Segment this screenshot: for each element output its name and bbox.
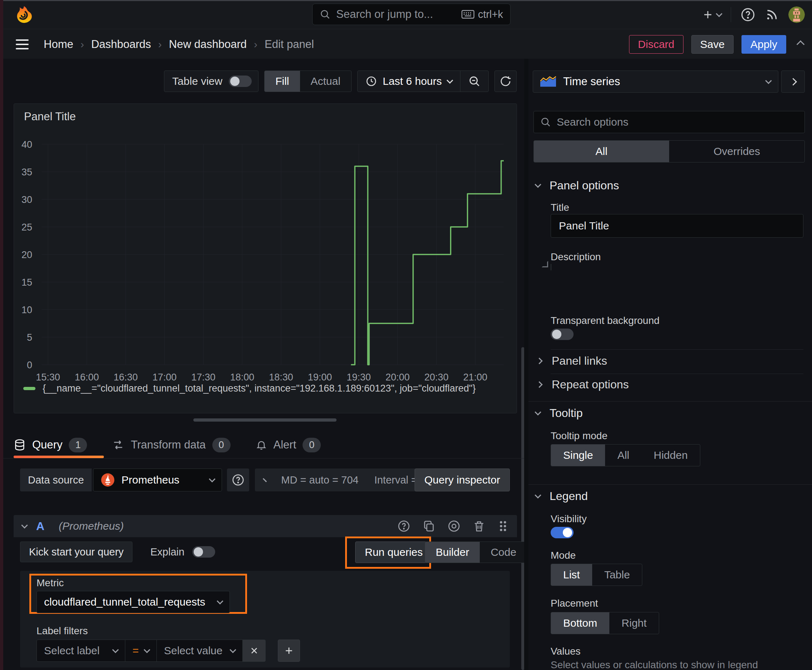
tab-all[interactable]: All	[534, 140, 669, 162]
timeseries-chart[interactable]: 051015202530354015:3016:0016:3017:0017:3…	[14, 104, 517, 414]
query-row-actions	[397, 520, 509, 533]
disable-query-eye-icon[interactable]	[448, 520, 460, 533]
chevron-down-icon[interactable]	[21, 522, 27, 528]
legend-placement-right[interactable]: Right	[609, 612, 659, 634]
query-options-collapsed[interactable]: MD = auto = 704 Interval = 30s	[255, 469, 416, 491]
code-option[interactable]: Code	[480, 542, 527, 563]
tab-query[interactable]: Query 1	[14, 431, 87, 458]
tooltip-all-option[interactable]: All	[605, 445, 641, 466]
tooltip-hidden-option[interactable]: Hidden	[642, 445, 700, 466]
select-value-dropdown[interactable]: Select value	[157, 640, 243, 662]
prometheus-icon	[101, 473, 115, 487]
collapse-sidebar-button[interactable]	[781, 71, 805, 93]
top-nav-actions	[702, 0, 805, 29]
alert-count-badge: 0	[303, 438, 321, 452]
time-range-picker[interactable]: Last 6 hours	[358, 75, 460, 87]
grafana-logo-icon[interactable]	[14, 5, 34, 24]
tab-overrides[interactable]: Overrides	[669, 140, 805, 162]
options-search-input[interactable]: Search options	[534, 111, 805, 133]
query-builder-card: Metric cloudflared_tunnel_total_requests…	[20, 571, 510, 668]
panel-gutter	[524, 59, 529, 670]
query-inspector-button[interactable]: Query inspector	[415, 469, 510, 491]
zoom-out-button[interactable]	[460, 75, 488, 87]
label-filters-row: Select label = Select value	[37, 640, 300, 662]
breadcrumb-home[interactable]: Home	[44, 38, 73, 51]
description-textarea[interactable]	[551, 264, 551, 271]
chevron-down-icon	[144, 646, 150, 653]
add-filter-button[interactable]	[278, 640, 300, 662]
panel-title-input[interactable]: Panel Title	[551, 214, 804, 238]
drag-handle-icon[interactable]	[498, 520, 509, 533]
divider	[551, 349, 804, 350]
duplicate-query-icon[interactable]	[422, 520, 436, 533]
refresh-button[interactable]	[495, 71, 517, 92]
discard-button[interactable]: Discard	[629, 35, 683, 54]
delete-query-trash-icon[interactable]	[473, 520, 485, 533]
explain-toggle[interactable]	[192, 546, 215, 558]
y-tick-label: 25	[22, 222, 32, 233]
legend-placement-bottom[interactable]: Bottom	[551, 612, 609, 634]
datasource-help-button[interactable]	[227, 469, 249, 491]
y-tick-label: 20	[22, 249, 32, 260]
tab-alert[interactable]: Alert 0	[256, 431, 321, 458]
resize-handle-icon[interactable]	[542, 261, 548, 267]
global-search-input[interactable]: Search or jump to... ctrl+k	[312, 3, 510, 25]
title-label: Title	[551, 202, 569, 213]
tooltip-mode-segment: Single All Hidden	[551, 444, 700, 466]
apply-button[interactable]: Apply	[741, 35, 786, 54]
builder-option[interactable]: Builder	[425, 542, 480, 563]
tooltip-single-option[interactable]: Single	[551, 445, 605, 466]
chevron-down-icon	[534, 181, 541, 188]
panel-links-section[interactable]: Panel links	[537, 354, 607, 367]
series-color-pill[interactable]	[23, 387, 36, 390]
chevron-down-icon	[765, 77, 771, 84]
repeat-options-section[interactable]: Repeat options	[537, 378, 629, 391]
actual-option[interactable]: Actual	[300, 71, 351, 91]
breadcrumb-dashboards[interactable]: Dashboards	[91, 38, 151, 51]
add-new-button[interactable]	[702, 8, 721, 21]
legend-visibility-toggle[interactable]	[551, 527, 573, 538]
chevron-down-icon	[716, 10, 722, 17]
horizontal-scrollbar[interactable]	[193, 418, 337, 421]
kick-start-query-button[interactable]: Kick start your query	[20, 541, 132, 562]
transparent-background-label: Transparent background	[551, 315, 659, 327]
legend-mode-table[interactable]: Table	[592, 564, 642, 585]
bell-icon	[256, 439, 267, 451]
x-tick-label: 17:30	[191, 372, 215, 382]
menu-hamburger-icon[interactable]	[16, 39, 29, 49]
chevron-down-icon	[229, 646, 236, 653]
table-view-toggle[interactable]	[229, 76, 252, 87]
search-shortcut: ctrl+k	[461, 8, 503, 20]
user-avatar[interactable]	[788, 7, 805, 23]
datasource-picker[interactable]: Prometheus	[93, 469, 222, 491]
tooltip-heading[interactable]: Tooltip	[536, 406, 583, 420]
breadcrumb-new-dashboard[interactable]: New dashboard	[169, 38, 247, 51]
x-tick-label: 16:00	[75, 372, 99, 382]
transparent-background-toggle[interactable]	[551, 328, 573, 340]
select-label-dropdown[interactable]: Select label	[37, 640, 125, 662]
save-button[interactable]: Save	[692, 35, 734, 54]
x-tick-label: 19:00	[308, 372, 332, 382]
help-icon[interactable]	[741, 7, 755, 22]
query-ref-id: A	[36, 520, 44, 533]
legend-heading[interactable]: Legend	[536, 490, 588, 503]
series-label[interactable]: {__name__="cloudflared_tunnel_total_requ…	[42, 383, 476, 394]
remove-filter-button[interactable]	[243, 640, 266, 662]
operator-dropdown[interactable]: =	[125, 640, 157, 662]
breadcrumb-bar: Home › Dashboards › New dashboard › Edit…	[0, 30, 812, 59]
x-tick-label: 18:00	[230, 372, 254, 382]
y-tick-label: 40	[22, 139, 32, 150]
visualization-picker[interactable]: Time series	[533, 71, 778, 93]
metric-select[interactable]: cloudflared_tunnel_total_requests	[37, 591, 230, 613]
panel-options-heading[interactable]: Panel options	[536, 179, 619, 192]
query-help-icon[interactable]	[397, 520, 410, 533]
search-placeholder: Search or jump to...	[336, 8, 456, 21]
fill-option[interactable]: Fill	[264, 71, 300, 91]
tab-transform-data[interactable]: Transform data 0	[112, 431, 230, 458]
run-queries-button[interactable]: Run queries	[355, 541, 432, 563]
news-rss-icon[interactable]	[765, 7, 779, 22]
query-datasource-name: (Prometheus)	[59, 520, 124, 532]
query-a-header[interactable]: A (Prometheus)	[14, 515, 517, 537]
collapse-up-icon[interactable]	[798, 42, 804, 47]
legend-mode-list[interactable]: List	[551, 564, 592, 585]
